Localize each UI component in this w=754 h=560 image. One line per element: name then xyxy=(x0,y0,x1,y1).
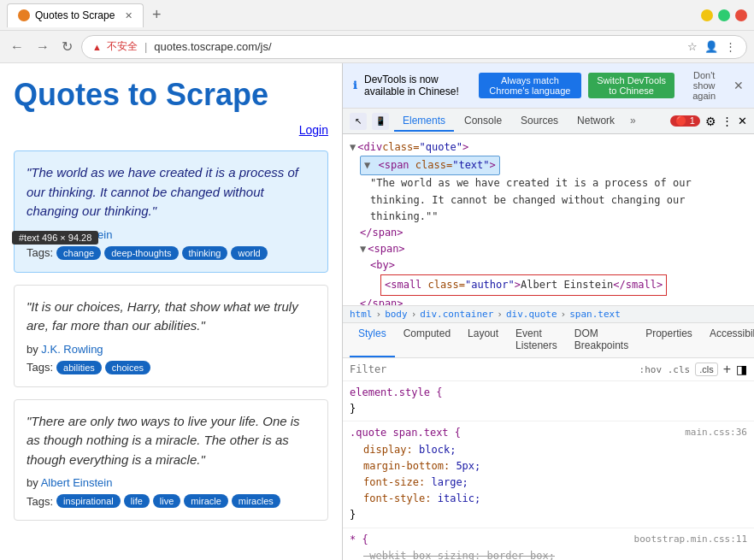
tags-line-3: Tags: inspirational life live miracle mi… xyxy=(27,494,315,508)
tag-inspirational[interactable]: inspirational xyxy=(56,494,121,508)
url-icons: ☆ 👤 ⋮ xyxy=(687,40,736,53)
webpage: Quotes to Scrape Login #text 496 × 94.28… xyxy=(0,63,342,560)
notif-match-language-button[interactable]: Always match Chrome's language xyxy=(479,73,581,98)
account-icon[interactable]: 👤 xyxy=(704,40,718,53)
url-separator: | xyxy=(144,40,147,53)
quote-card-3: "There are only two ways to live your li… xyxy=(14,399,328,522)
info-icon: ℹ xyxy=(353,80,357,91)
styles-tab-layout[interactable]: Layout xyxy=(459,323,507,357)
tree-line-4: </span> xyxy=(360,225,747,241)
tag-miracles[interactable]: miracles xyxy=(232,494,280,508)
quote-text-2: "It is our choices, Harry, that show wha… xyxy=(27,298,315,336)
tag-live[interactable]: live xyxy=(153,494,181,508)
breadcrumb-html[interactable]: html xyxy=(350,309,373,320)
elements-cursor-icon[interactable]: ↖ xyxy=(350,113,367,130)
security-label: 不安全 xyxy=(107,39,138,54)
devtools-close-button[interactable]: ✕ xyxy=(733,79,744,92)
quote-text-1: "The world as we have created it is a pr… xyxy=(27,163,315,221)
filter-input[interactable] xyxy=(350,363,634,375)
cls-button[interactable]: .cls xyxy=(695,363,718,376)
url-bar[interactable]: ▲ 不安全 | quotes.toscrape.com/js/ ☆ 👤 ⋮ xyxy=(81,35,747,59)
tab-more[interactable]: » xyxy=(625,111,641,132)
devtools-notification: ℹ DevTools is now available in Chinese! … xyxy=(343,63,754,109)
toggle-icon[interactable]: ◨ xyxy=(736,363,747,376)
tab-console[interactable]: Console xyxy=(456,111,510,132)
notif-dismiss-button[interactable]: Don't show again xyxy=(681,70,727,101)
breadcrumb-bar: html › body › div.container › div.quote … xyxy=(343,305,754,323)
breadcrumb-body[interactable]: body xyxy=(385,309,408,320)
tag-miracle[interactable]: miracle xyxy=(184,494,227,508)
add-style-icon[interactable]: + xyxy=(723,362,731,377)
author-link-2[interactable]: J.K. Rowling xyxy=(41,343,103,356)
styles-tab-styles[interactable]: Styles xyxy=(350,323,395,357)
close-button[interactable] xyxy=(735,9,747,21)
styles-tab-event-listeners[interactable]: Event Listeners xyxy=(507,323,566,357)
styles-tab-computed[interactable]: Computed xyxy=(395,323,459,357)
tab-sources[interactable]: Sources xyxy=(512,111,567,132)
forward-button[interactable]: → xyxy=(32,38,53,56)
devtools-panel: ℹ DevTools is now available in Chinese! … xyxy=(342,63,754,560)
tag-life[interactable]: life xyxy=(124,494,150,508)
tab-bar: Quotes to Scrape ✕ + xyxy=(7,3,691,27)
author-link-3[interactable]: Albert Einstein xyxy=(41,476,113,489)
security-icon: ▲ xyxy=(92,42,102,52)
new-tab-button[interactable]: + xyxy=(147,6,167,24)
styles-tab-accessibility[interactable]: Accessibility xyxy=(701,323,754,357)
star-icon[interactable]: ☆ xyxy=(687,40,698,53)
breadcrumb-div-quote[interactable]: div.quote xyxy=(506,309,557,320)
styles-tab-dom-breakpoints[interactable]: DOM Breakpoints xyxy=(566,323,637,357)
devtools-close-icon[interactable]: ✕ xyxy=(738,115,747,127)
quote-author-2: by J.K. Rowling xyxy=(27,343,315,356)
back-button[interactable]: ← xyxy=(7,38,27,56)
settings-icon[interactable]: ⚙ xyxy=(705,115,716,128)
tag-world[interactable]: world xyxy=(231,246,267,260)
filter-bar: :hov .cls .cls + ◨ xyxy=(343,358,754,381)
tab-elements[interactable]: Elements xyxy=(394,111,454,132)
devtools-badges: 🔴 1 ⚙ ⋮ ✕ xyxy=(670,115,747,128)
tag-choices[interactable]: choices xyxy=(105,361,150,374)
filter-pseudo: :hov .cls xyxy=(639,364,691,375)
login-link[interactable]: Login xyxy=(14,123,328,137)
quote-card-2: "It is our choices, Harry, that show wha… xyxy=(14,285,328,387)
css-rule-universal: * { bootstrap.min.css:11 -webkit-box-siz… xyxy=(343,528,754,561)
tree-line-7: <small class="author">Albert Einstein</s… xyxy=(380,274,747,296)
tree-line-2: ▼ <span class="text"> xyxy=(360,156,747,175)
tab-close-icon[interactable]: ✕ xyxy=(125,10,133,21)
tag-deep-thoughts[interactable]: deep-thoughts xyxy=(104,246,178,260)
page-title: Quotes to Scrape xyxy=(14,77,328,113)
quote-card-1: "The world as we have created it is a pr… xyxy=(14,150,328,273)
login-anchor[interactable]: Login xyxy=(299,123,328,137)
tag-abilities[interactable]: abilities xyxy=(56,361,102,374)
css-rule-element-style: element.style { } xyxy=(343,381,754,421)
minimize-button[interactable] xyxy=(701,9,713,21)
window-controls xyxy=(701,9,747,21)
mobile-icon[interactable]: 📱 xyxy=(372,113,389,130)
notif-switch-chinese-button[interactable]: Switch DevTools to Chinese xyxy=(588,73,674,98)
devtools-more-icon[interactable]: ⋮ xyxy=(722,115,733,127)
breadcrumb-div-container[interactable]: div.container xyxy=(420,309,493,320)
tree-line-1: ▼ <div class="quote"> xyxy=(350,139,747,156)
tag-thinking[interactable]: thinking xyxy=(182,246,228,260)
tag-change[interactable]: change xyxy=(56,246,101,260)
tree-line-8: </span> xyxy=(360,296,747,305)
quote-text-3: "There are only two ways to live your li… xyxy=(27,412,315,470)
css-rule-quote-span-text: .quote span.text { main.css:36 display: … xyxy=(343,421,754,528)
menu-icon[interactable]: ⋮ xyxy=(725,40,736,53)
tab-network[interactable]: Network xyxy=(568,111,623,132)
tree-line-3: "The world as we have created it is a pr… xyxy=(370,175,747,225)
maximize-button[interactable] xyxy=(718,9,730,21)
styles-tabs: Styles Computed Layout Event Listeners D… xyxy=(343,323,754,358)
refresh-button[interactable]: ↻ xyxy=(58,37,76,56)
active-tab[interactable]: Quotes to Scrape ✕ xyxy=(7,3,144,27)
notification-text: DevTools is now available in Chinese! xyxy=(364,74,472,97)
url-text[interactable]: quotes.toscrape.com/js/ xyxy=(154,40,271,53)
html-tree: ▼ <div class="quote"> ▼ <span class="tex… xyxy=(343,134,754,305)
devtools-tabs: ↖ 📱 Elements Console Sources Network » 🔴… xyxy=(343,109,754,134)
styles-panel: Styles Computed Layout Event Listeners D… xyxy=(343,323,754,560)
tags-line-1: Tags: change deep-thoughts thinking worl… xyxy=(27,246,315,260)
breadcrumb-span-text[interactable]: span.text xyxy=(569,309,621,320)
tree-line-6: <by> xyxy=(370,257,747,274)
element-tooltip: #text 496 × 94.28 xyxy=(12,231,98,245)
styles-tab-properties[interactable]: Properties xyxy=(637,323,701,357)
tags-line-2: Tags: abilities choices xyxy=(27,361,315,374)
